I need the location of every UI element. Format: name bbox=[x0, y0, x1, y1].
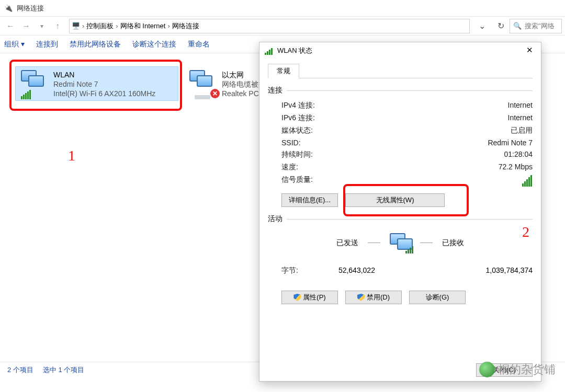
connection-name: WLAN bbox=[53, 70, 155, 79]
wlan-status-dialog: WLAN 状态 ✕ 常规 连接 IPv4 连接:Internet IPv6 连接… bbox=[259, 42, 541, 382]
shield-icon bbox=[357, 294, 365, 301]
dialog-title-bar[interactable]: WLAN 状态 ✕ bbox=[259, 42, 541, 59]
shield-icon bbox=[293, 294, 301, 301]
search-placeholder: 搜索"网络 bbox=[525, 21, 555, 31]
address-dropdown-button[interactable]: ⌄ bbox=[474, 19, 490, 33]
status-selected-count: 选中 1 个项目 bbox=[43, 365, 84, 375]
recent-locations-button[interactable]: ▾ bbox=[35, 19, 49, 33]
search-icon: 🔍 bbox=[513, 22, 522, 30]
connect-to-button[interactable]: 连接到 bbox=[36, 40, 58, 49]
back-button[interactable]: ← bbox=[3, 19, 18, 33]
diagnose-button[interactable]: 诊断(G) bbox=[409, 291, 466, 304]
diagnose-button[interactable]: 诊断这个连接 bbox=[132, 40, 176, 49]
bytes-recv-value: 1,039,784,374 bbox=[415, 266, 533, 275]
group-connection-label: 连接 bbox=[268, 86, 282, 95]
up-button[interactable]: ↑ bbox=[50, 19, 65, 33]
speed-label: 速度: bbox=[281, 163, 298, 172]
network-icon: 🔌 bbox=[4, 4, 13, 12]
ipv4-value: Internet bbox=[508, 101, 533, 110]
ipv6-label: IPv6 连接: bbox=[281, 113, 315, 123]
search-input[interactable]: 🔍 搜索"网络 bbox=[510, 19, 562, 33]
rename-button[interactable]: 重命名 bbox=[188, 40, 210, 49]
breadcrumb-item[interactable]: 控制面板 bbox=[86, 21, 114, 31]
breadcrumb[interactable]: 🖥️ › 控制面板 › 网络和 Internet › 网络连接 bbox=[69, 19, 470, 33]
speed-value: 72.2 Mbps bbox=[499, 163, 533, 172]
wifi-signal-icon bbox=[265, 47, 273, 55]
disconnected-icon: ✕ bbox=[210, 89, 220, 98]
ssid-value: Redmi Note 7 bbox=[488, 139, 533, 147]
disable-device-button[interactable]: 禁用此网络设备 bbox=[70, 40, 121, 49]
bytes-label: 字节: bbox=[281, 266, 298, 275]
duration-value: 01:28:04 bbox=[504, 150, 533, 159]
chevron-right-icon: › bbox=[82, 22, 84, 30]
organize-menu[interactable]: 组织 ▾ bbox=[4, 40, 25, 49]
wireless-properties-button[interactable]: 无线属性(W) bbox=[345, 193, 445, 207]
properties-button[interactable]: 属性(P) bbox=[281, 291, 338, 304]
refresh-button[interactable]: ↻ bbox=[493, 19, 508, 33]
annotation-label-1: 1 bbox=[68, 147, 75, 164]
forward-button[interactable]: → bbox=[19, 19, 33, 33]
chevron-right-icon: › bbox=[116, 22, 118, 30]
watermark: 桐的杂货铺 bbox=[479, 362, 556, 377]
ipv6-value: Internet bbox=[508, 113, 533, 123]
address-bar: ← → ▾ ↑ 🖥️ › 控制面板 › 网络和 Internet › 网络连接 … bbox=[0, 17, 565, 36]
details-button[interactable]: 详细信息(E)... bbox=[281, 193, 338, 207]
chevron-right-icon: › bbox=[167, 22, 170, 30]
watermark-icon bbox=[479, 362, 495, 377]
signal-quality-label: 信号质量: bbox=[281, 175, 313, 187]
tab-general[interactable]: 常规 bbox=[268, 64, 299, 78]
signal-quality-icon bbox=[522, 175, 533, 187]
bytes-sent-value: 52,643,022 bbox=[298, 266, 415, 275]
explorer-title-bar: 🔌 网络连接 bbox=[0, 0, 565, 17]
annotation-label-2: 2 bbox=[522, 224, 529, 240]
activity-computer-icon bbox=[390, 233, 411, 252]
window-title: 网络连接 bbox=[17, 4, 44, 13]
disable-button[interactable]: 禁用(D) bbox=[345, 291, 402, 304]
ssid-label: SSID: bbox=[281, 139, 301, 147]
connection-ssid: Redmi Note 7 bbox=[53, 79, 155, 89]
status-item-count: 2 个项目 bbox=[7, 365, 33, 375]
wlan-adapter-icon bbox=[21, 70, 49, 97]
ipv4-label: IPv4 连接: bbox=[281, 101, 315, 110]
media-state-label: 媒体状态: bbox=[281, 126, 313, 135]
media-state-value: 已启用 bbox=[511, 126, 533, 135]
activity-recv-label: 已接收 bbox=[442, 238, 464, 248]
close-button[interactable]: ✕ bbox=[518, 42, 541, 58]
breadcrumb-item[interactable]: 网络连接 bbox=[172, 21, 199, 31]
breadcrumb-item[interactable]: 网络和 Internet bbox=[120, 21, 166, 31]
connection-item-wlan[interactable]: WLAN Redmi Note 7 Intel(R) Wi-Fi 6 AX201… bbox=[16, 67, 178, 100]
group-activity-label: 活动 bbox=[268, 214, 282, 224]
dialog-title: WLAN 状态 bbox=[277, 46, 312, 55]
watermark-text: 桐的杂货铺 bbox=[498, 362, 556, 377]
activity-sent-label: 已发送 bbox=[336, 238, 358, 248]
ethernet-adapter-icon: ✕ bbox=[189, 70, 218, 97]
control-panel-icon: 🖥️ bbox=[72, 22, 80, 30]
duration-label: 持续时间: bbox=[281, 150, 313, 159]
tab-row: 常规 bbox=[268, 63, 533, 78]
connection-adapter: Intel(R) Wi-Fi 6 AX201 160MHz bbox=[53, 89, 155, 98]
